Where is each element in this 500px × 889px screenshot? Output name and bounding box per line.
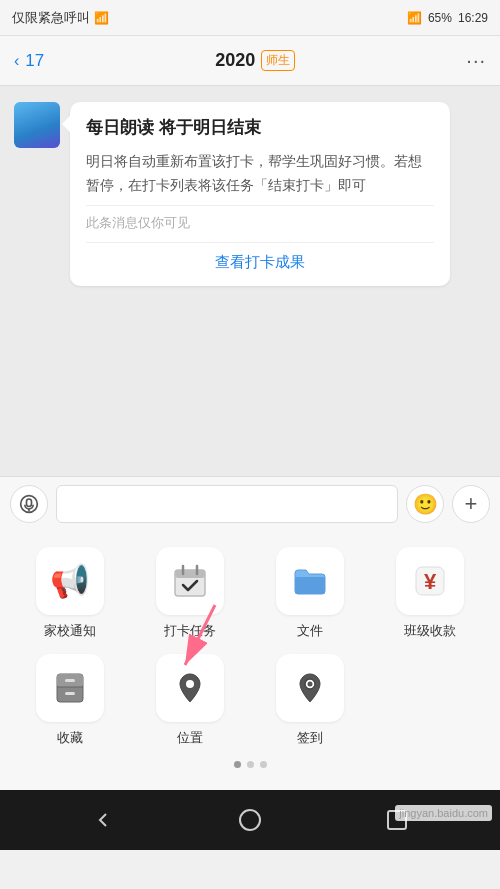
checkin-location-icon — [292, 670, 328, 706]
emoji-icon: 🙂 — [413, 492, 438, 516]
class-fee-icon: ¥ — [412, 563, 448, 599]
action-item-file[interactable]: 文件 — [254, 547, 366, 640]
svg-rect-11 — [65, 679, 75, 682]
dot-1 — [234, 761, 241, 768]
battery-text: 65% — [428, 11, 452, 25]
svg-point-14 — [186, 680, 194, 688]
add-icon: + — [465, 491, 478, 517]
action-item-school-notice[interactable]: 📢 家校通知 — [14, 547, 126, 640]
more-button[interactable]: ··· — [466, 49, 486, 72]
status-left: 仅限紧急呼叫 📶 — [12, 9, 109, 27]
message-card: 每日朗读 将于明日结束 明日将自动重新布置该打卡，帮学生巩固好习惯。若想暂停，在… — [70, 102, 450, 286]
card-divider — [86, 205, 434, 206]
signal-icon: 📶 — [94, 11, 109, 25]
checkin-task-label: 打卡任务 — [164, 622, 216, 640]
checkin-location-label: 签到 — [297, 729, 323, 747]
nav-bar: ‹ 17 2020 师生 ··· — [0, 36, 500, 86]
favorites-icon — [52, 670, 88, 706]
mic-button[interactable] — [10, 485, 48, 523]
card-body: 明日将自动重新布置该打卡，帮学生巩固好习惯。若想暂停，在打卡列表将该任务「结束打… — [86, 150, 434, 198]
card-hint: 此条消息仅你可见 — [86, 214, 434, 232]
emergency-text: 仅限紧急呼叫 — [12, 9, 90, 27]
class-fee-icon-box: ¥ — [396, 547, 464, 615]
favorites-icon-box — [36, 654, 104, 722]
dot-3 — [260, 761, 267, 768]
svg-text:¥: ¥ — [424, 569, 437, 594]
checkin-location-icon-box — [276, 654, 344, 722]
back-count: 17 — [25, 51, 44, 71]
action-panel: 📢 家校通知 打卡任务 — [0, 531, 500, 790]
chat-title: 2020 师生 — [215, 50, 295, 71]
dot-2 — [247, 761, 254, 768]
svg-rect-6 — [295, 577, 325, 594]
add-button[interactable]: + — [452, 485, 490, 523]
favorites-label: 收藏 — [57, 729, 83, 747]
chat-title-badge: 师生 — [261, 50, 295, 71]
location-icon-box — [156, 654, 224, 722]
action-item-class-fee[interactable]: ¥ 班级收款 — [374, 547, 486, 640]
action-item-checkin-task[interactable]: 打卡任务 — [134, 547, 246, 640]
action-item-location[interactable]: 位置 — [134, 654, 246, 747]
time-text: 16:29 — [458, 11, 488, 25]
school-notice-icon: 📢 — [50, 562, 90, 600]
pagination-dots — [14, 761, 486, 768]
status-bar: 仅限紧急呼叫 📶 📶 65% 16:29 — [0, 0, 500, 36]
avatar — [14, 102, 60, 148]
back-chevron-icon: ‹ — [14, 52, 19, 70]
back-nav-button[interactable] — [83, 800, 123, 840]
file-label: 文件 — [297, 622, 323, 640]
chat-area: 每日朗读 将于明日结束 明日将自动重新布置该打卡，帮学生巩固好习惯。若想暂停，在… — [0, 86, 500, 476]
location-label: 位置 — [177, 729, 203, 747]
svg-point-19 — [240, 810, 260, 830]
action-item-favorites[interactable]: 收藏 — [14, 654, 126, 747]
action-item-empty — [374, 654, 486, 747]
file-icon-box — [276, 547, 344, 615]
svg-point-16 — [308, 682, 313, 687]
chat-title-text: 2020 — [215, 50, 255, 71]
action-grid: 📢 家校通知 打卡任务 — [14, 547, 486, 747]
watermark: jingyan.baidu.com — [395, 805, 492, 821]
school-notice-label: 家校通知 — [44, 622, 96, 640]
action-item-checkin-location[interactable]: 签到 — [254, 654, 366, 747]
card-divider-2 — [86, 242, 434, 243]
checkin-task-icon — [172, 563, 208, 599]
status-right: 📶 65% 16:29 — [407, 11, 488, 25]
message-row: 每日朗读 将于明日结束 明日将自动重新布置该打卡，帮学生巩固好习惯。若想暂停，在… — [14, 102, 486, 286]
home-nav-button[interactable] — [230, 800, 270, 840]
svg-rect-12 — [65, 692, 75, 695]
back-nav-icon — [91, 808, 115, 832]
card-title: 每日朗读 将于明日结束 — [86, 116, 434, 140]
card-link[interactable]: 查看打卡成果 — [86, 251, 434, 272]
svg-rect-3 — [175, 570, 205, 578]
class-fee-label: 班级收款 — [404, 622, 456, 640]
back-button[interactable]: ‹ 17 — [14, 51, 44, 71]
emoji-button[interactable]: 🙂 — [406, 485, 444, 523]
input-toolbar: 🙂 + — [0, 476, 500, 531]
location-icon — [172, 670, 208, 706]
message-input[interactable] — [56, 485, 398, 523]
wifi-icon: 📶 — [407, 11, 422, 25]
school-notice-icon-box: 📢 — [36, 547, 104, 615]
checkin-task-icon-box — [156, 547, 224, 615]
file-icon — [292, 563, 328, 599]
home-nav-icon — [238, 808, 262, 832]
